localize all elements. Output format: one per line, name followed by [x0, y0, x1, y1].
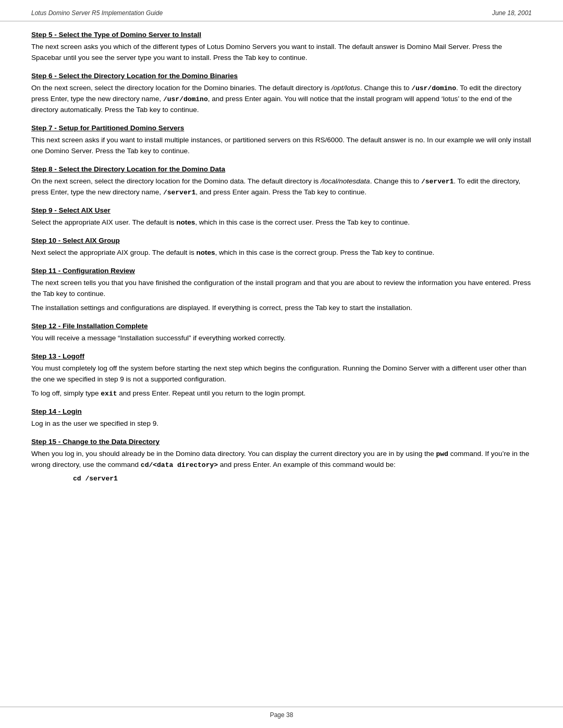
section-title-step12: Step 12 - File Installation Complete: [31, 322, 532, 330]
section-para-step9-0: Select the appropriate AIX user. The def…: [31, 217, 532, 228]
section-para-step11-0: The next screen tells you that you have …: [31, 278, 532, 300]
page: Lotus Domino Server R5 Implementation Gu…: [0, 0, 563, 728]
section-title-step15: Step 15 - Change to the Data Directory: [31, 438, 532, 446]
section-step12: Step 12 - File Installation CompleteYou …: [31, 322, 532, 344]
section-step15: Step 15 - Change to the Data DirectoryWh…: [31, 438, 532, 483]
section-para-step14-0: Log in as the user we specified in step …: [31, 418, 532, 429]
section-title-step5: Step 5 - Select the Type of Domino Serve…: [31, 31, 532, 39]
section-title-step7: Step 7 - Setup for Partitioned Domino Se…: [31, 124, 532, 132]
header-title: Lotus Domino Server R5 Implementation Gu…: [31, 9, 163, 17]
section-para-step11-1: The installation settings and configurat…: [31, 303, 532, 314]
section-step11: Step 11 - Configuration ReviewThe next s…: [31, 267, 532, 314]
section-title-step11: Step 11 - Configuration Review: [31, 267, 532, 275]
section-para-step7-0: This next screen asks if you want to ins…: [31, 135, 532, 157]
section-step5: Step 5 - Select the Type of Domino Serve…: [31, 31, 532, 64]
header-date: June 18, 2001: [492, 9, 532, 17]
section-title-step14: Step 14 - Login: [31, 408, 532, 415]
section-title-step9: Step 9 - Select AIX User: [31, 206, 532, 214]
section-para-step15-0: When you log in, you should already be i…: [31, 449, 532, 471]
section-step14: Step 14 - LoginLog in as the user we spe…: [31, 408, 532, 429]
section-step9: Step 9 - Select AIX UserSelect the appro…: [31, 206, 532, 228]
section-title-step6: Step 6 - Select the Directory Location f…: [31, 72, 532, 80]
section-step10: Step 10 - Select AIX GroupNext select th…: [31, 237, 532, 258]
section-title-step10: Step 10 - Select AIX Group: [31, 237, 532, 244]
page-footer: Page 38: [0, 707, 563, 719]
section-title-step13: Step 13 - Logoff: [31, 352, 532, 360]
section-step6: Step 6 - Select the Directory Location f…: [31, 72, 532, 116]
section-para-step10-0: Next select the appropriate AIX group. T…: [31, 248, 532, 258]
page-number: Page 38: [270, 711, 293, 719]
section-step13: Step 13 - LogoffYou must completely log …: [31, 352, 532, 399]
section-title-step8: Step 8 - Select the Directory Location f…: [31, 165, 532, 173]
section-para-step6-0: On the next screen, select the directory…: [31, 83, 532, 116]
section-step8: Step 8 - Select the Directory Location f…: [31, 165, 532, 198]
section-para-step8-0: On the next screen, select the directory…: [31, 176, 532, 198]
section-para-step5-0: The next screen asks you which of the di…: [31, 42, 532, 64]
section-para-step13-1: To log off, simply type exit and press E…: [31, 388, 532, 399]
section-step7: Step 7 - Setup for Partitioned Domino Se…: [31, 124, 532, 157]
code-block-step15: cd /server1: [73, 475, 532, 483]
section-para-step13-0: You must completely log off the system b…: [31, 363, 532, 385]
page-header: Lotus Domino Server R5 Implementation Gu…: [0, 0, 563, 21]
main-content: Step 5 - Select the Type of Domino Serve…: [0, 31, 563, 512]
section-para-step12-0: You will receive a message “Installation…: [31, 333, 532, 344]
